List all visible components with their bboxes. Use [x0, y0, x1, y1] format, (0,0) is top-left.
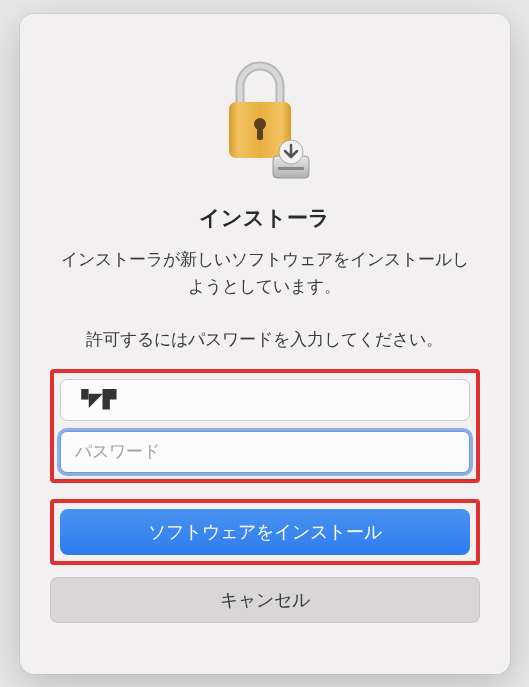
svg-rect-2: [257, 126, 263, 140]
dialog-instruction: 許可するにはパスワードを入力してください。: [50, 328, 480, 351]
install-button[interactable]: ソフトウェアをインストール: [60, 509, 470, 555]
dialog-subtitle: インストーラが新しいソフトウェアをインストールしようとしています。: [50, 246, 480, 300]
lock-installer-icon: [215, 54, 315, 184]
credentials-highlight: [50, 369, 480, 483]
username-input[interactable]: [60, 379, 470, 421]
install-button-highlight: ソフトウェアをインストール: [50, 499, 480, 565]
password-input[interactable]: [60, 431, 470, 473]
svg-rect-4: [278, 167, 304, 170]
auth-dialog: インストーラ インストーラが新しいソフトウェアをインストールしようとしています。…: [20, 14, 510, 674]
dialog-title: インストーラ: [199, 204, 330, 232]
cancel-button[interactable]: キャンセル: [50, 577, 480, 623]
